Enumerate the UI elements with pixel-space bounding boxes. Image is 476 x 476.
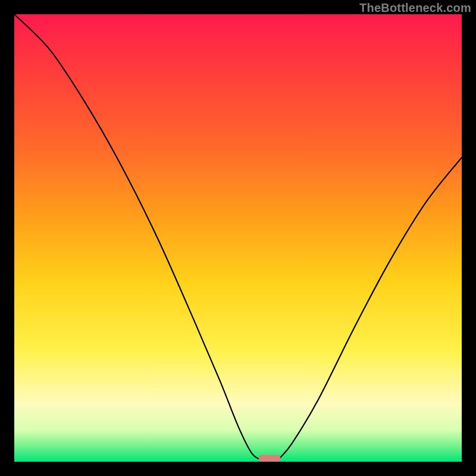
optimal-point-marker [258,455,280,461]
curve-right [278,158,462,460]
watermark-text: TheBottleneck.com [359,1,471,15]
bottleneck-curve [14,14,462,462]
curve-left [14,14,261,459]
chart-frame [14,14,462,462]
